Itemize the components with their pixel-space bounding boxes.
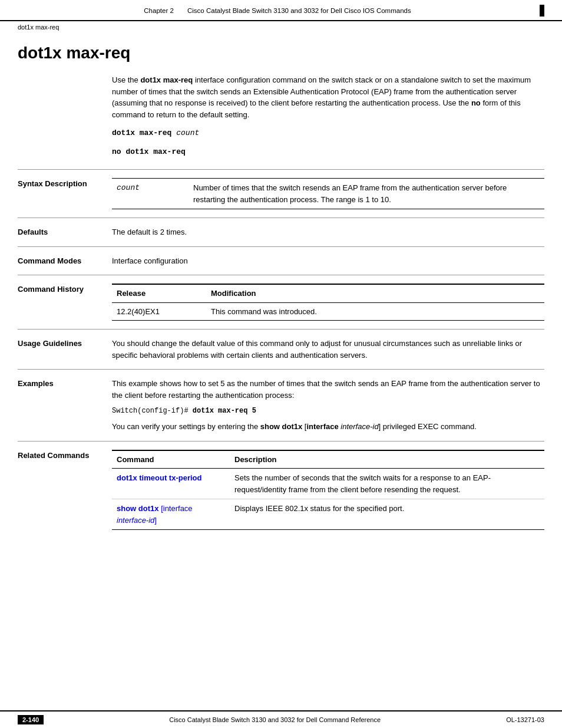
related-row-2: show dot1x [interface interface-id] Disp… <box>112 499 544 530</box>
syntax-description-section: Syntax Description count Number of times… <box>18 169 544 218</box>
defaults-content: The default is 2 times. <box>112 226 544 238</box>
chapter-info: Chapter 2 Cisco Catalyst Blade Switch 31… <box>144 7 413 14</box>
command-history-label: Command History <box>18 284 112 321</box>
breadcrumb: dot1x max-req <box>0 21 562 32</box>
examples-label: Examples <box>18 378 112 433</box>
verify-text3: ] privileged EXEC command. <box>379 422 477 431</box>
footer-center-text: Cisco Catalyst Blade Switch 3130 and 303… <box>169 716 381 723</box>
related-commands-section: Related Commands Command Description dot… <box>18 441 544 539</box>
examples-section: Examples This example shows how to set 5… <box>18 369 544 441</box>
related-row-1: dot1x timeout tx-period Sets the number … <box>112 469 544 499</box>
related-link-1[interactable]: dot1x timeout tx-period <box>117 473 201 482</box>
intro-text1: Use the <box>112 75 140 84</box>
chapter-label: Chapter 2 <box>144 7 174 14</box>
related-col-command: Command <box>112 450 230 469</box>
usage-guidelines-content: You should change the default value of t… <box>112 338 544 361</box>
header-title: Cisco Catalyst Blade Switch 3130 and 303… <box>187 7 411 14</box>
examples-content: This example shows how to set 5 as the n… <box>112 378 544 433</box>
verify-bold2: interface <box>306 422 338 431</box>
page-number: 2-140 <box>18 715 44 724</box>
history-row-1: 12.2(40)EX1 This command was introduced. <box>112 302 544 321</box>
related-desc-1: Sets the number of seconds that the swit… <box>230 469 544 499</box>
syntax-def: Number of times that the switch resends … <box>189 179 544 209</box>
command-modes-label: Command Modes <box>18 255 112 267</box>
syntax-line2: no dot1x max-req <box>112 146 544 158</box>
command-history-content: Release Modification 12.2(40)EX1 This co… <box>112 284 544 321</box>
page-title: dot1x max-req <box>18 44 544 62</box>
usage-guidelines-label: Usage Guidelines <box>18 338 112 361</box>
history-release: 12.2(40)EX1 <box>112 302 206 321</box>
code-bold: dot1x max-req 5 <box>193 407 256 415</box>
related-commands-content: Command Description dot1x timeout tx-per… <box>112 450 544 531</box>
history-header-row: Release Modification <box>112 284 544 302</box>
related-table: Command Description dot1x timeout tx-per… <box>112 450 544 531</box>
related-command-2: show dot1x [interface interface-id] <box>112 499 230 530</box>
examples-text1: This example shows how to set 5 as the n… <box>112 378 544 401</box>
footer-right-text: OL-13271-03 <box>506 716 544 723</box>
intro-command-bold: dot1x max-req <box>140 75 193 84</box>
syntax-term: count <box>112 179 189 209</box>
history-col-release: Release <box>112 284 206 302</box>
verify-text2: You can verify your settings by entering… <box>112 422 260 431</box>
related-desc-2: Displays IEEE 802.1x status for the spec… <box>230 499 544 530</box>
command-modes-section: Command Modes Interface configuration <box>18 246 544 275</box>
intro-no-bold: no <box>471 98 481 107</box>
related-col-description: Description <box>230 450 544 469</box>
command-modes-content: Interface configuration <box>112 255 544 267</box>
syntax-description-content: count Number of times that the switch re… <box>112 178 544 209</box>
usage-guidelines-section: Usage Guidelines You should change the d… <box>18 329 544 369</box>
related-header-row: Command Description <box>112 450 544 469</box>
intro-section: Use the dot1x max-req interface configur… <box>112 74 544 157</box>
page-header: Chapter 2 Cisco Catalyst Blade Switch 31… <box>0 0 562 21</box>
related-link-2[interactable]: show dot1x <box>117 504 159 513</box>
main-content: dot1x max-req Use the dot1x max-req inte… <box>0 32 562 574</box>
defaults-section: Defaults The default is 2 times. <box>18 218 544 246</box>
syntax-line1: dot1x max-req count <box>112 127 544 139</box>
examples-text2: You can verify your settings by entering… <box>112 421 544 433</box>
history-table: Release Modification 12.2(40)EX1 This co… <box>112 284 544 321</box>
code-prefix: Switch(config-if)# <box>112 407 193 415</box>
verify-italic: interface-id <box>339 422 379 431</box>
header-right-bar <box>540 5 544 17</box>
related-commands-label: Related Commands <box>18 450 112 531</box>
history-col-modification: Modification <box>206 284 544 302</box>
syntax1-bold: dot1x max-req <box>112 129 171 137</box>
syntax2: no dot1x max-req <box>112 147 186 156</box>
command-history-section: Command History Release Modification 12.… <box>18 275 544 329</box>
intro-paragraph: Use the dot1x max-req interface configur… <box>112 74 544 120</box>
breadcrumb-text: dot1x max-req <box>18 24 59 31</box>
code-example: Switch(config-if)# dot1x max-req 5 <box>112 406 544 416</box>
verify-bold: show dot1x <box>260 422 303 431</box>
related-command-1: dot1x timeout tx-period <box>112 469 230 499</box>
page-footer: 2-140 Cisco Catalyst Blade Switch 3130 a… <box>0 710 562 728</box>
history-modification: This command was introduced. <box>206 302 544 321</box>
syntax-row-1: count Number of times that the switch re… <box>112 179 544 209</box>
syntax-description-label: Syntax Description <box>18 178 112 209</box>
defaults-label: Defaults <box>18 226 112 238</box>
syntax-table: count Number of times that the switch re… <box>112 178 544 209</box>
syntax1-italic: count <box>171 129 199 137</box>
